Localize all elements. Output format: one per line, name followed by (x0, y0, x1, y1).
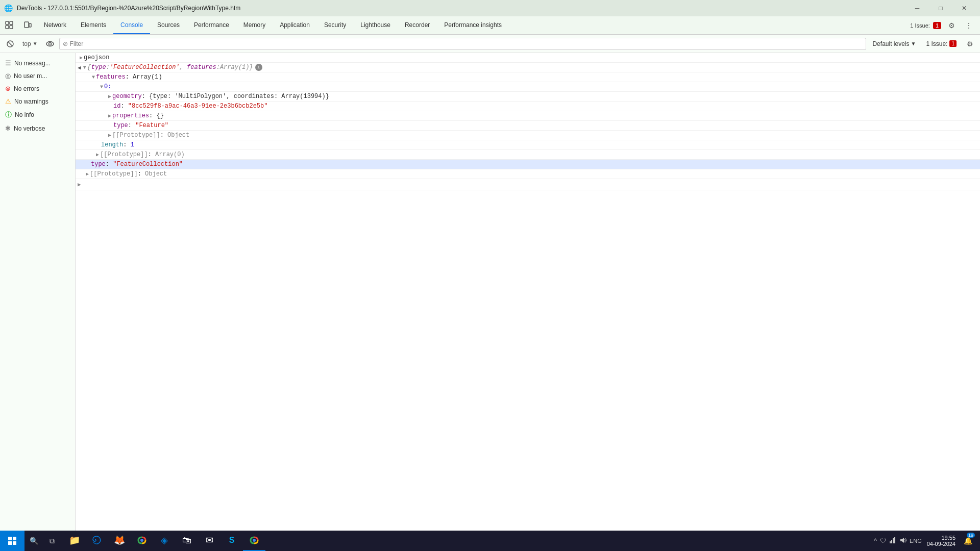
systray-lang[interactable]: ENG (909, 537, 923, 545)
nav-security[interactable]: Security (317, 16, 353, 34)
systray-chevron[interactable]: ^ (873, 536, 878, 545)
start-button[interactable] (0, 531, 24, 551)
svg-rect-0 (6, 21, 9, 24)
nav-device-toggle[interactable] (18, 16, 37, 34)
svg-rect-2 (6, 26, 9, 29)
console-row-index0: 0: (76, 82, 980, 92)
nav-performance[interactable]: Performance (187, 16, 236, 34)
sidebar: ☰ No messag... ◎ No user m... ⊗ No error… (0, 53, 76, 531)
prototype-top-toggle[interactable] (86, 171, 89, 177)
svg-rect-12 (8, 541, 12, 545)
clear-console-button[interactable] (3, 37, 17, 51)
filter-input[interactable] (70, 40, 863, 47)
warnings-icon: ⚠ (5, 97, 11, 105)
nav-recorder[interactable]: Recorder (398, 16, 437, 34)
console-toolbar: top ▼ ⊘ Default levels ▼ 1 Issue: 1 ⚙ (0, 35, 980, 53)
taskbar-app-firefox[interactable]: 🦊 (108, 531, 131, 551)
sidebar-item-messages[interactable]: ☰ No messag... (0, 57, 75, 69)
nav-sources[interactable]: Sources (150, 16, 187, 34)
properties-toggle[interactable] (108, 113, 111, 119)
taskbar-app-chrome[interactable] (131, 531, 153, 551)
sidebar-item-info[interactable]: ⓘ No info (0, 108, 75, 121)
console-row-properties: properties : {} (76, 111, 980, 121)
taskbar-app-chrome2[interactable] (243, 531, 265, 551)
taskbar-systray: ^ 🛡 ENG 19:55 04-09-2024 🔔 19 (869, 531, 980, 551)
next-row-arrow[interactable]: ▶ (78, 181, 81, 188)
taskbar-app-skype[interactable]: S (220, 531, 243, 551)
svg-rect-3 (10, 26, 13, 29)
svg-point-15 (253, 539, 256, 542)
svg-point-9 (48, 42, 51, 45)
nav-elements[interactable]: Elements (74, 16, 113, 34)
top-dropdown-icon: ▼ (33, 41, 38, 46)
svg-rect-18 (893, 538, 894, 543)
top-frame-selector[interactable]: top ▼ (19, 37, 41, 51)
geojson-key: geojson (84, 54, 109, 61)
taskbar-app-store[interactable]: 🛍 (176, 531, 198, 551)
sidebar-item-errors[interactable]: ⊗ No errors (0, 83, 75, 94)
notification-button[interactable]: 🔔 19 (960, 531, 976, 551)
systray-volume[interactable] (898, 536, 908, 546)
nav-devtools-inspect[interactable] (0, 16, 18, 34)
svg-rect-16 (890, 541, 891, 543)
eye-filter-button[interactable] (43, 37, 57, 51)
sidebar-item-warnings[interactable]: ⚠ No warnings (0, 95, 75, 107)
console-row-geometry: geometry : {type: 'MultiPolygon', coordi… (76, 92, 980, 102)
index0-toggle[interactable] (100, 84, 103, 90)
svg-rect-5 (29, 23, 31, 27)
console-output: geojson ◀ { type : 'FeatureCollection' ,… (76, 53, 980, 531)
devtools-settings-button[interactable]: ⚙ (944, 18, 959, 33)
prototype-inner-toggle[interactable] (108, 132, 111, 138)
systray-defender[interactable]: 🛡 (879, 536, 887, 545)
systray-clock[interactable]: 19:55 04-09-2024 (924, 535, 959, 547)
systray-network[interactable] (888, 536, 897, 546)
filter-icon: ⊘ (63, 40, 68, 47)
object-info-icon[interactable]: i (255, 64, 262, 71)
taskbar-app-explorer[interactable]: 📁 (63, 531, 86, 551)
taskbar: 🔍 ⧉ 📁 🦊 ◈ 🛍 ✉ S ^ 🛡 ENG 19:55 04-09-2024 (0, 531, 980, 551)
default-levels-button[interactable]: Default levels ▼ (868, 39, 920, 48)
sidebar-item-verbose[interactable]: ✱ No verbose (0, 122, 75, 134)
back-arrow[interactable]: ◀ (78, 64, 81, 71)
user-icon: ◎ (5, 72, 11, 80)
issues-count-area: 1 Issue: 1 (922, 39, 961, 48)
console-row-length: length : 1 (76, 140, 980, 150)
close-button[interactable]: ✕ (952, 0, 976, 16)
prototype-array-toggle[interactable] (96, 152, 99, 158)
minimize-button[interactable]: ─ (905, 0, 929, 16)
taskbar-search-button[interactable]: 🔍 (24, 532, 43, 550)
issues-badge-small[interactable]: 1 (949, 40, 957, 47)
geojson-toggle[interactable] (80, 55, 83, 61)
object-toggle[interactable] (83, 65, 86, 70)
console-settings-button[interactable]: ⚙ (963, 37, 977, 51)
verbose-icon: ✱ (5, 124, 11, 132)
nav-lighthouse[interactable]: Lighthouse (353, 16, 398, 34)
taskbar-taskview-button[interactable]: ⧉ (43, 532, 61, 550)
geometry-toggle[interactable] (108, 93, 111, 99)
svg-rect-10 (8, 537, 12, 540)
console-row-type-collection: type : "FeatureCollection" (76, 160, 980, 169)
issues-badge[interactable]: 1 (933, 22, 941, 29)
console-row-prototype-top: [[Prototype]] : Object (76, 169, 980, 179)
titlebar-title: DevTools - 127.0.0.1:5501/ByRegion-%20Az… (17, 5, 901, 12)
svg-point-14 (140, 539, 143, 542)
info-icon: ⓘ (5, 110, 12, 119)
nav-console[interactable]: Console (113, 16, 150, 34)
nav-network[interactable]: Network (37, 16, 74, 34)
console-row-empty: ▶ (76, 179, 980, 190)
titlebar-icon: 🌐 (4, 4, 13, 12)
maximize-button[interactable]: □ (929, 0, 952, 16)
console-row-features: features : Array(1) (76, 72, 980, 82)
console-row-prototype-array: [[Prototype]] : Array(0) (76, 150, 980, 160)
sidebar-item-user-messages[interactable]: ◎ No user m... (0, 70, 75, 82)
more-options-button[interactable]: ⋮ (962, 18, 976, 33)
nav-application[interactable]: Application (273, 16, 317, 34)
taskbar-app-edge[interactable] (86, 531, 108, 551)
console-filter: ⊘ (59, 38, 867, 50)
nav-perf-insights[interactable]: Performance insights (437, 16, 509, 34)
taskbar-app-mail[interactable]: ✉ (198, 531, 220, 551)
features-toggle[interactable] (92, 74, 95, 80)
console-row-geojson: geojson (76, 53, 980, 63)
taskbar-app-vscode[interactable]: ◈ (153, 531, 176, 551)
nav-memory[interactable]: Memory (236, 16, 273, 34)
